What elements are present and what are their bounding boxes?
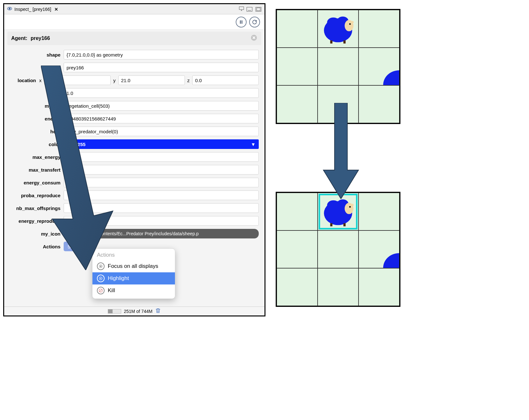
prop-input-size[interactable] bbox=[64, 88, 259, 98]
grid-cell bbox=[359, 230, 399, 268]
grid-cell-sheep-highlighted bbox=[318, 193, 359, 230]
prop-input-nbmaxoffsprings[interactable] bbox=[64, 203, 259, 213]
agent-name: prey166 bbox=[31, 35, 50, 41]
location-z-input[interactable] bbox=[192, 75, 259, 85]
icon-path-text: /GAMA1.8.app/Contents/Ec...Predator Prey… bbox=[67, 231, 199, 236]
prop-label-name: name bbox=[10, 65, 60, 70]
axis-z-label: z bbox=[187, 78, 190, 83]
prop-label-mycell: myCell bbox=[10, 103, 60, 109]
prop-input-energyreproduce[interactable] bbox=[64, 216, 259, 226]
prop-input-mycell[interactable] bbox=[64, 101, 259, 111]
axis-y-label: y bbox=[113, 78, 116, 83]
svg-point-7 bbox=[100, 266, 101, 267]
partial-sheep-icon bbox=[383, 70, 399, 85]
actions-select-button[interactable]: Select bbox=[64, 242, 85, 251]
simulation-grid-after bbox=[276, 192, 400, 307]
grid-cell-sheep bbox=[318, 10, 359, 48]
prop-label-size: size bbox=[10, 90, 60, 96]
grid-cell bbox=[318, 85, 359, 123]
svg-rect-2 bbox=[239, 7, 244, 10]
dropdown-header: Actions bbox=[92, 251, 175, 260]
simulation-grid-before bbox=[276, 9, 400, 124]
grid-cell bbox=[277, 230, 318, 268]
pause-button[interactable] bbox=[236, 17, 247, 27]
prop-input-energyconsum[interactable] bbox=[64, 178, 259, 187]
prop-label-energy: energy bbox=[10, 116, 60, 121]
location-y-input[interactable] bbox=[118, 75, 185, 85]
grid-cell bbox=[318, 230, 359, 268]
dropdown-item-label: Focus on all displays bbox=[108, 263, 158, 269]
grid-cell bbox=[277, 268, 318, 306]
window-minimize-icon[interactable] bbox=[247, 7, 252, 12]
icon-path-display[interactable]: /GAMA1.8.app/Contents/Ec...Predator Prey… bbox=[64, 229, 259, 238]
agent-close-icon[interactable] bbox=[250, 34, 257, 43]
window-title: Inspect_ [prey166] bbox=[14, 7, 51, 12]
grid-cell bbox=[277, 193, 318, 230]
gc-trash-icon[interactable] bbox=[155, 308, 161, 315]
prop-label-actions: Actions bbox=[10, 244, 60, 249]
grid-cell bbox=[277, 48, 318, 85]
grid-cell bbox=[359, 10, 399, 48]
color-value: 0, 0, 255 bbox=[67, 142, 85, 147]
dropdown-item-kill[interactable]: Kill bbox=[92, 284, 175, 297]
grid-cell bbox=[359, 193, 399, 230]
target-icon bbox=[97, 262, 105, 270]
grid-cell bbox=[318, 268, 359, 306]
grid-cell bbox=[277, 85, 318, 123]
prop-label-nbmaxoffsprings: nb_max_offsprings bbox=[10, 206, 60, 211]
refresh-button[interactable] bbox=[249, 17, 260, 27]
highlight-icon bbox=[97, 275, 105, 282]
status-bar: 251M of 744M bbox=[4, 307, 264, 315]
prop-label-host: host bbox=[10, 129, 60, 134]
prop-label-myicon: my_icon bbox=[10, 231, 60, 237]
dropdown-item-label: Kill bbox=[108, 287, 115, 294]
prop-input-shape[interactable] bbox=[64, 50, 259, 59]
tab-close-icon[interactable]: ✕ bbox=[54, 7, 58, 12]
prop-label-maxtransfert: max_transfert bbox=[10, 167, 60, 173]
partial-sheep-icon bbox=[383, 253, 399, 268]
window-present-icon[interactable] bbox=[239, 6, 244, 12]
svg-rect-3 bbox=[240, 20, 241, 24]
eye-icon bbox=[7, 6, 12, 12]
prop-input-energy[interactable] bbox=[64, 114, 259, 123]
memory-gauge bbox=[108, 309, 121, 314]
prop-input-host[interactable] bbox=[64, 127, 259, 136]
toolbar bbox=[4, 14, 264, 30]
sheep-icon bbox=[319, 12, 357, 46]
prop-input-maxenergy[interactable] bbox=[64, 152, 259, 162]
location-x-input[interactable] bbox=[44, 75, 111, 85]
prop-label-location: location bbox=[10, 78, 36, 83]
agent-label: Agent: bbox=[11, 35, 28, 41]
prop-label-energyconsum: energy_consum bbox=[10, 180, 60, 185]
chevron-down-icon: ▼ bbox=[251, 142, 256, 147]
prop-label-probareproduce: proba_reproduce bbox=[10, 193, 60, 198]
prop-label-energyreproduce: energy_reproduce bbox=[10, 218, 60, 224]
prop-label-shape: shape bbox=[10, 52, 60, 58]
prop-input-name[interactable] bbox=[64, 63, 259, 72]
svg-rect-4 bbox=[241, 20, 242, 24]
grid-cell bbox=[359, 268, 399, 306]
agent-header: Agent: prey166 bbox=[7, 32, 261, 45]
svg-point-9 bbox=[100, 278, 101, 279]
svg-line-11 bbox=[99, 289, 102, 292]
actions-dropdown: Actions Focus on all displays Highlight … bbox=[92, 248, 175, 299]
prop-label-maxenergy: max_energy bbox=[10, 154, 60, 160]
prop-input-maxtransfert[interactable] bbox=[64, 165, 259, 175]
grid-cell bbox=[318, 48, 359, 85]
prop-input-probareproduce[interactable] bbox=[64, 191, 259, 200]
prop-label-color: color bbox=[10, 142, 60, 147]
grid-cell bbox=[277, 10, 318, 48]
dropdown-item-focus[interactable]: Focus on all displays bbox=[92, 260, 175, 272]
window-maximize-icon[interactable] bbox=[256, 7, 261, 12]
inspector-window: Inspect_ [prey166] ✕ Agent: prey166 shap… bbox=[3, 3, 265, 316]
memory-text: 251M of 744M bbox=[124, 309, 153, 314]
dropdown-item-label: Highlight bbox=[108, 275, 129, 282]
grid-cell bbox=[359, 85, 399, 123]
dropdown-item-highlight[interactable]: Highlight bbox=[92, 272, 175, 284]
svg-point-1 bbox=[9, 8, 11, 10]
color-dropdown[interactable]: 0, 0, 255 ▼ bbox=[64, 139, 259, 149]
kill-icon bbox=[97, 287, 105, 294]
axis-x-label: x bbox=[39, 78, 42, 83]
grid-cell bbox=[359, 48, 399, 85]
sheep-icon bbox=[319, 194, 357, 229]
